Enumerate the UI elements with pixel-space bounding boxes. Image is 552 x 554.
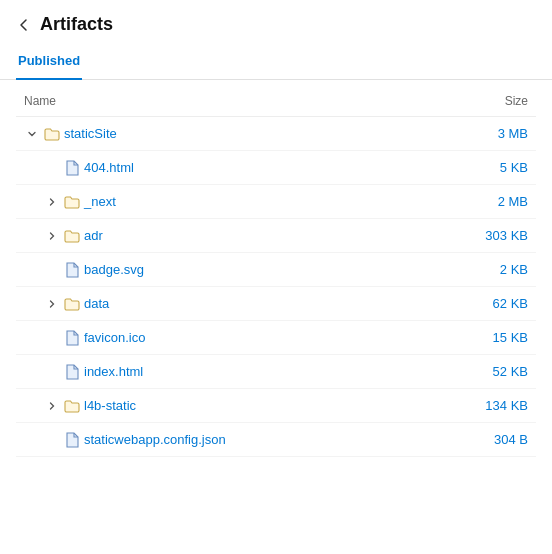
file-size: 2 KB <box>458 262 528 277</box>
list-item: staticSite 3 MB <box>16 117 536 151</box>
file-icon <box>64 262 80 278</box>
list-item: badge.svg 2 KB <box>16 253 536 287</box>
list-item: _next 2 MB <box>16 185 536 219</box>
chevron-right-icon[interactable] <box>44 296 60 312</box>
file-icon <box>64 364 80 380</box>
file-size: 303 KB <box>458 228 528 243</box>
file-name[interactable]: favicon.ico <box>84 330 145 345</box>
table-header-row: Name Size <box>16 80 536 117</box>
col-name-header: Name <box>24 94 56 108</box>
file-size: 62 KB <box>458 296 528 311</box>
file-name[interactable]: adr <box>84 228 103 243</box>
file-name[interactable]: index.html <box>84 364 143 379</box>
list-item: favicon.ico 15 KB <box>16 321 536 355</box>
file-name[interactable]: l4b-static <box>84 398 136 413</box>
file-name[interactable]: _next <box>84 194 116 209</box>
chevron-down-icon[interactable] <box>24 126 40 142</box>
file-size: 304 B <box>458 432 528 447</box>
chevron-right-icon[interactable] <box>44 194 60 210</box>
file-name[interactable]: staticSite <box>64 126 117 141</box>
page-title: Artifacts <box>40 14 113 35</box>
list-item: 404.html 5 KB <box>16 151 536 185</box>
file-name[interactable]: badge.svg <box>84 262 144 277</box>
file-size: 2 MB <box>458 194 528 209</box>
list-item: data 62 KB <box>16 287 536 321</box>
file-name[interactable]: 404.html <box>84 160 134 175</box>
file-icon <box>64 330 80 346</box>
file-size: 3 MB <box>458 126 528 141</box>
chevron-right-icon[interactable] <box>44 228 60 244</box>
file-table: Name Size staticSite 3 MB <box>0 80 552 457</box>
folder-icon <box>64 194 80 210</box>
file-size: 5 KB <box>458 160 528 175</box>
file-size: 134 KB <box>458 398 528 413</box>
folder-icon <box>64 296 80 312</box>
folder-icon <box>44 126 60 142</box>
file-icon <box>64 432 80 448</box>
file-size: 52 KB <box>458 364 528 379</box>
file-size: 15 KB <box>458 330 528 345</box>
folder-icon <box>64 398 80 414</box>
list-item: adr 303 KB <box>16 219 536 253</box>
col-size-header: Size <box>505 94 528 108</box>
page-header: Artifacts <box>0 0 552 45</box>
file-name[interactable]: data <box>84 296 109 311</box>
tab-published[interactable]: Published <box>16 45 82 80</box>
file-icon <box>64 160 80 176</box>
list-item: index.html 52 KB <box>16 355 536 389</box>
list-item: staticwebapp.config.json 304 B <box>16 423 536 457</box>
tab-bar: Published <box>0 45 552 80</box>
back-button[interactable] <box>16 17 32 33</box>
folder-icon <box>64 228 80 244</box>
list-item: l4b-static 134 KB <box>16 389 536 423</box>
file-name[interactable]: staticwebapp.config.json <box>84 432 226 447</box>
chevron-right-icon[interactable] <box>44 398 60 414</box>
